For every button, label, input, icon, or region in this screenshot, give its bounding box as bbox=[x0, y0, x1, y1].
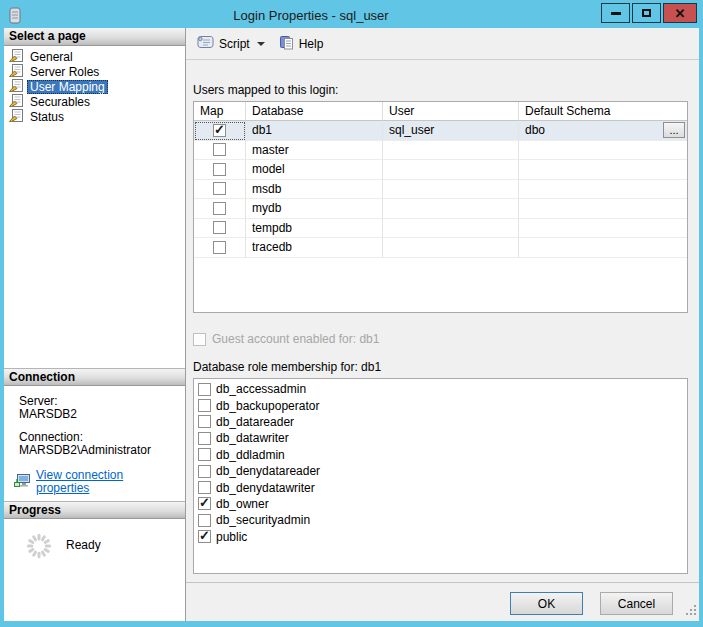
users-mapped-table: Map Database User Default Schema db1 sql… bbox=[193, 101, 688, 313]
help-button-label: Help bbox=[299, 37, 324, 51]
page-icon bbox=[9, 79, 23, 95]
table-header-row: Map Database User Default Schema bbox=[194, 102, 687, 121]
sidebar-item-server-roles[interactable]: Server Roles bbox=[4, 64, 185, 79]
role-checkbox[interactable] bbox=[198, 383, 211, 396]
column-header-user[interactable]: User bbox=[383, 102, 519, 121]
role-membership-list: db_accessadmin db_backupoperator db_data… bbox=[193, 378, 688, 574]
progress-status: Ready bbox=[66, 538, 101, 564]
column-header-default-schema[interactable]: Default Schema bbox=[519, 102, 687, 121]
footer: OK Cancel bbox=[186, 582, 699, 621]
select-a-page-header: Select a page bbox=[4, 28, 185, 46]
script-button[interactable]: Script bbox=[190, 31, 272, 56]
role-label: db_backupoperator bbox=[216, 399, 319, 413]
sidebar-item-user-mapping[interactable]: User Mapping bbox=[4, 79, 185, 94]
resize-grip[interactable] bbox=[685, 604, 697, 619]
role-checkbox[interactable] bbox=[198, 415, 211, 428]
map-checkbox[interactable] bbox=[213, 182, 226, 195]
role-item-db-owner[interactable]: db_owner bbox=[194, 496, 687, 512]
role-item-db-denydatareader[interactable]: db_denydatareader bbox=[194, 463, 687, 479]
role-label: db_ddladmin bbox=[216, 448, 285, 462]
user-cell bbox=[383, 160, 519, 180]
database-cell: msdb bbox=[246, 180, 383, 200]
role-checkbox[interactable] bbox=[198, 481, 211, 494]
user-cell: sql_user bbox=[383, 121, 519, 141]
role-checkbox[interactable] bbox=[198, 530, 211, 543]
database-cell: master bbox=[246, 141, 383, 161]
table-row[interactable]: tracedb bbox=[194, 238, 687, 258]
map-checkbox[interactable] bbox=[213, 163, 226, 176]
database-cell: mydb bbox=[246, 199, 383, 219]
default-schema-cell bbox=[519, 199, 687, 219]
role-checkbox[interactable] bbox=[198, 448, 211, 461]
role-item-db-ddladmin[interactable]: db_ddladmin bbox=[194, 447, 687, 463]
role-item-db-backupoperator[interactable]: db_backupoperator bbox=[194, 397, 687, 413]
window-title: Login Properties - sql_user bbox=[21, 8, 601, 23]
map-checkbox[interactable] bbox=[213, 202, 226, 215]
maximize-button[interactable] bbox=[632, 3, 661, 23]
map-checkbox[interactable] bbox=[213, 241, 226, 254]
table-row[interactable]: model bbox=[194, 160, 687, 180]
toolbar: Script Help bbox=[186, 28, 699, 60]
table-row[interactable]: master bbox=[194, 141, 687, 161]
sidebar-item-status[interactable]: Status bbox=[4, 109, 185, 124]
database-cell: model bbox=[246, 160, 383, 180]
guest-account-checkbox[interactable] bbox=[193, 333, 206, 346]
user-cell bbox=[383, 199, 519, 219]
page-icon bbox=[9, 109, 23, 125]
help-button[interactable]: Help bbox=[272, 31, 331, 57]
map-checkbox[interactable] bbox=[213, 221, 226, 234]
role-item-db-securityadmin[interactable]: db_securityadmin bbox=[194, 512, 687, 528]
default-schema-cell bbox=[519, 180, 687, 200]
database-cell: tracedb bbox=[246, 238, 383, 258]
default-schema-cell: dbo ... bbox=[519, 121, 687, 141]
titlebar[interactable]: Login Properties - sql_user ✕ bbox=[0, 0, 703, 28]
script-scroll-icon bbox=[197, 35, 214, 52]
sidebar-item-securables[interactable]: Securables bbox=[4, 94, 185, 109]
table-row[interactable]: tempdb bbox=[194, 219, 687, 239]
role-item-db-datawriter[interactable]: db_datawriter bbox=[194, 430, 687, 446]
page-icon bbox=[9, 49, 23, 65]
connection-value: MARSDB2\Administrator bbox=[19, 444, 179, 457]
role-label: db_securityadmin bbox=[216, 513, 310, 527]
cancel-button[interactable]: Cancel bbox=[600, 592, 673, 615]
minimize-button[interactable] bbox=[601, 3, 630, 23]
table-row[interactable]: msdb bbox=[194, 180, 687, 200]
script-dropdown-arrow-icon bbox=[257, 42, 265, 46]
table-body: db1 sql_user dbo ... master model msdb bbox=[194, 121, 687, 258]
progress-header: Progress bbox=[4, 501, 185, 519]
ok-button[interactable]: OK bbox=[510, 592, 583, 615]
map-checkbox[interactable] bbox=[213, 124, 226, 137]
guest-account-label: Guest account enabled for: db1 bbox=[212, 332, 379, 346]
sidebar-item-general[interactable]: General bbox=[4, 49, 185, 64]
login-properties-dialog: Login Properties - sql_user ✕ Select a p… bbox=[0, 0, 703, 627]
default-schema-cell bbox=[519, 238, 687, 258]
page-icon bbox=[9, 64, 23, 80]
sidebar: Select a page General Server Roles bbox=[4, 28, 186, 621]
close-button[interactable]: ✕ bbox=[663, 3, 697, 23]
role-checkbox[interactable] bbox=[198, 432, 211, 445]
view-connection-properties-link[interactable]: View connection properties bbox=[36, 469, 179, 495]
role-item-public[interactable]: public bbox=[194, 529, 687, 545]
browse-default-schema-button[interactable]: ... bbox=[663, 122, 685, 138]
role-label: db_owner bbox=[216, 497, 269, 511]
role-checkbox[interactable] bbox=[198, 497, 211, 510]
default-schema-cell bbox=[519, 141, 687, 161]
table-row[interactable]: db1 sql_user dbo ... bbox=[194, 121, 687, 141]
role-checkbox[interactable] bbox=[198, 514, 211, 527]
progress-spinner-icon bbox=[24, 531, 54, 564]
database-cell: tempdb bbox=[246, 219, 383, 239]
table-row[interactable]: mydb bbox=[194, 199, 687, 219]
role-item-db-denydatawriter[interactable]: db_denydatawriter bbox=[194, 479, 687, 495]
map-checkbox[interactable] bbox=[213, 143, 226, 156]
role-label: db_accessadmin bbox=[216, 382, 306, 396]
role-item-db-datareader[interactable]: db_datareader bbox=[194, 414, 687, 430]
role-item-db-accessadmin[interactable]: db_accessadmin bbox=[194, 381, 687, 397]
role-checkbox[interactable] bbox=[198, 465, 211, 478]
default-schema-cell bbox=[519, 219, 687, 239]
column-header-map[interactable]: Map bbox=[194, 102, 246, 121]
role-checkbox[interactable] bbox=[198, 399, 211, 412]
role-membership-label: Database role membership for: db1 bbox=[193, 360, 688, 374]
column-header-database[interactable]: Database bbox=[246, 102, 383, 121]
user-cell bbox=[383, 141, 519, 161]
default-schema-cell bbox=[519, 160, 687, 180]
